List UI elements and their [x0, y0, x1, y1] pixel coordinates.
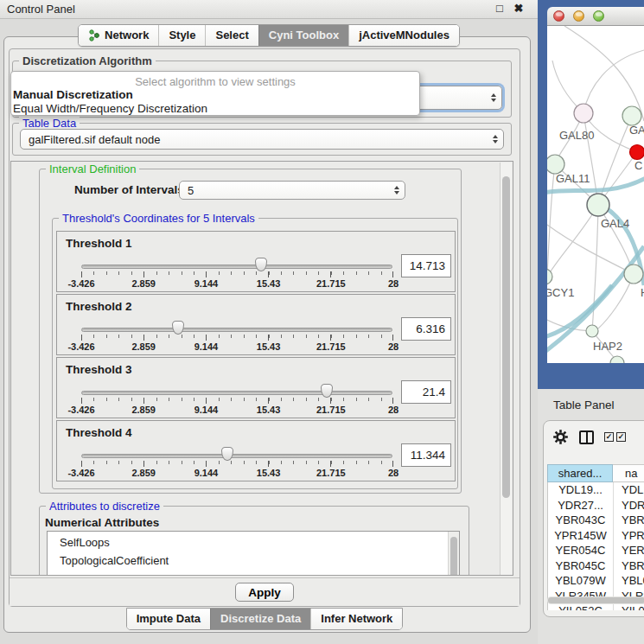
network-view-canvas[interactable]: GAL80GACGAL11GAL4GCY1HHAP2: [547, 26, 644, 363]
top-tabstrip: Network Style Select Cyni Toolbox jActiv…: [0, 24, 538, 47]
tab-network[interactable]: Network: [79, 25, 158, 46]
checkbox-icon[interactable]: ✓: [604, 432, 614, 442]
table-header-row: shared... na: [547, 464, 644, 482]
interval-definition-group: Interval Definition Number of Intervals …: [39, 169, 462, 494]
settings-scrollbar[interactable]: [500, 163, 512, 576]
algorithm-option-equal-width[interactable]: Equal Width/Frequency Discretization: [11, 102, 419, 116]
algorithm-popup-hint: Select algorithm to view settings: [11, 72, 419, 88]
network-node-label: GAL80: [559, 129, 594, 142]
tab-select[interactable]: Select: [205, 25, 258, 46]
table-row[interactable]: YIL052CYIL0: [548, 603, 644, 610]
numerical-attributes-label: Numerical Attributes: [45, 516, 159, 529]
threshold-2-value-field[interactable]: 6.316: [401, 317, 451, 341]
algorithm-option-manual[interactable]: Manual Discretization: [11, 88, 419, 102]
thresholds-group-label: Threshold's Coordinates for 5 Intervals: [59, 212, 258, 225]
table-row[interactable]: YDL19...YDL1: [548, 482, 644, 498]
tab-impute-data[interactable]: Impute Data: [127, 609, 210, 629]
combo-stepper-icon: [491, 93, 496, 102]
network-node[interactable]: [610, 356, 624, 363]
table-data-combobox[interactable]: galFiltered.sif default node: [20, 129, 504, 150]
gear-icon[interactable]: [552, 429, 569, 445]
table-row[interactable]: YER054CYER0: [548, 543, 644, 558]
threshold-2-panel: Threshold 2 -3.426 2.859 9.144 15.43 21.…: [56, 294, 456, 355]
interval-definition-label: Interval Definition: [46, 163, 139, 175]
table-toolbar: ✓ ✓: [552, 429, 626, 445]
list-item[interactable]: BetweennessCentrality: [60, 570, 459, 576]
minimize-traffic-light-icon[interactable]: [573, 10, 584, 22]
threshold-4-slider[interactable]: [81, 454, 392, 458]
network-node-label: GAL11: [556, 172, 590, 185]
algorithm-dropdown-popup: Select algorithm to view settings Manual…: [10, 71, 420, 116]
attributes-group: Attributes to discretize Numerical Attri…: [39, 506, 469, 576]
network-node[interactable]: [574, 104, 593, 123]
network-node[interactable]: [547, 269, 552, 284]
apply-strip: Apply: [10, 577, 520, 606]
close-icon[interactable]: ✖: [512, 2, 526, 15]
network-node[interactable]: [624, 265, 643, 284]
network-node-label: HAP2: [593, 340, 622, 353]
network-window-titlebar[interactable]: [547, 7, 644, 26]
discretization-algorithm-label: Discretization Algorithm: [19, 54, 156, 67]
table-data-label: Table Data: [19, 117, 80, 130]
threshold-1-panel: Threshold 1 -3.426 2.859 9.144 15.43 21.…: [56, 231, 456, 292]
network-node-label: GAL4: [601, 217, 629, 230]
float-window-icon[interactable]: □: [493, 2, 507, 15]
column-header-name[interactable]: na: [613, 464, 644, 482]
number-of-intervals-label: Number of Intervals: [74, 183, 184, 196]
network-node[interactable]: [586, 325, 598, 337]
tab-style[interactable]: Style: [158, 25, 205, 46]
threshold-4-slider-thumb[interactable]: [221, 447, 233, 461]
table-row[interactable]: YDR27...YDR2: [548, 498, 644, 513]
table-row[interactable]: YBL079WYBL0: [548, 573, 644, 589]
network-node[interactable]: [622, 106, 641, 125]
bottom-tabstrip: Impute Data Discretize Data Infer Networ…: [0, 608, 529, 630]
numerical-attributes-list[interactable]: SelfLoops TopologicalCoefficient Between…: [47, 531, 460, 576]
threshold-1-slider[interactable]: [81, 265, 392, 269]
apply-button[interactable]: Apply: [235, 583, 294, 602]
zoom-traffic-light-icon[interactable]: [593, 10, 604, 22]
tab-jactivemnodules[interactable]: jActiveMNodules: [348, 25, 459, 46]
table-row[interactable]: YBR043CYBR0: [548, 513, 644, 528]
attributes-group-label: Attributes to discretize: [46, 500, 163, 513]
network-icon: [88, 29, 100, 41]
control-panel-titlebar: Control Panel □ ✖: [0, 0, 538, 19]
network-node[interactable]: [547, 155, 564, 174]
settings-viewport: Interval Definition Number of Intervals …: [10, 161, 513, 576]
tab-cyni-toolbox[interactable]: Cyni Toolbox: [258, 25, 348, 46]
threshold-3-panel: Threshold 3 -3.426 2.859 9.144 15.43 21.…: [56, 357, 456, 418]
slider-tick-labels: -3.426 2.859 9.144 15.43 21.715 28: [81, 278, 393, 289]
threshold-3-value-field[interactable]: 21.4: [401, 380, 451, 404]
checkbox-icon[interactable]: ✓: [616, 432, 626, 442]
split-panel-icon[interactable]: [579, 430, 594, 444]
list-item[interactable]: SelfLoops: [60, 533, 459, 552]
table-row[interactable]: YBR045CYBR0: [548, 558, 644, 574]
table-body[interactable]: YDL19...YDL1 YDR27...YDR2 YBR043CYBR0 YP…: [547, 482, 644, 610]
threshold-3-slider[interactable]: [81, 391, 392, 395]
network-node-label: H: [641, 286, 644, 299]
tab-discretize-data[interactable]: Discretize Data: [210, 609, 310, 629]
threshold-1-slider-thumb[interactable]: [255, 258, 267, 271]
threshold-2-slider-thumb[interactable]: [172, 321, 184, 335]
list-scrollbar[interactable]: [448, 532, 459, 576]
threshold-3-slider-thumb[interactable]: [321, 384, 333, 398]
table-row[interactable]: YPR145WYPR1: [548, 528, 644, 544]
network-node[interactable]: [587, 194, 609, 216]
node-table: shared... na YDL19...YDL1 YDR27...YDR2 Y…: [547, 464, 644, 610]
list-item[interactable]: TopologicalCoefficient: [60, 552, 459, 570]
network-node[interactable]: [630, 145, 644, 160]
thresholds-group: Threshold's Coordinates for 5 Intervals …: [52, 218, 458, 489]
network-node-label: GA: [629, 124, 644, 137]
table-horizontal-scrollbar[interactable]: [547, 596, 644, 604]
threshold-1-value-field[interactable]: 14.713: [401, 254, 451, 277]
network-node-label: C: [634, 159, 642, 172]
column-header-shared-name[interactable]: shared...: [547, 464, 613, 482]
tab-infer-network[interactable]: Infer Network: [310, 609, 402, 629]
threshold-4-value-field[interactable]: 11.344: [401, 443, 451, 467]
table-data-group: Table Data galFiltered.sif default node: [12, 123, 512, 156]
close-traffic-light-icon[interactable]: [553, 10, 564, 22]
number-of-intervals-combobox[interactable]: 5: [179, 181, 405, 200]
network-node-label: GCY1: [547, 286, 574, 299]
threshold-2-slider[interactable]: [81, 328, 392, 332]
combo-stepper-icon: [394, 186, 399, 194]
combo-stepper-icon: [493, 135, 498, 143]
